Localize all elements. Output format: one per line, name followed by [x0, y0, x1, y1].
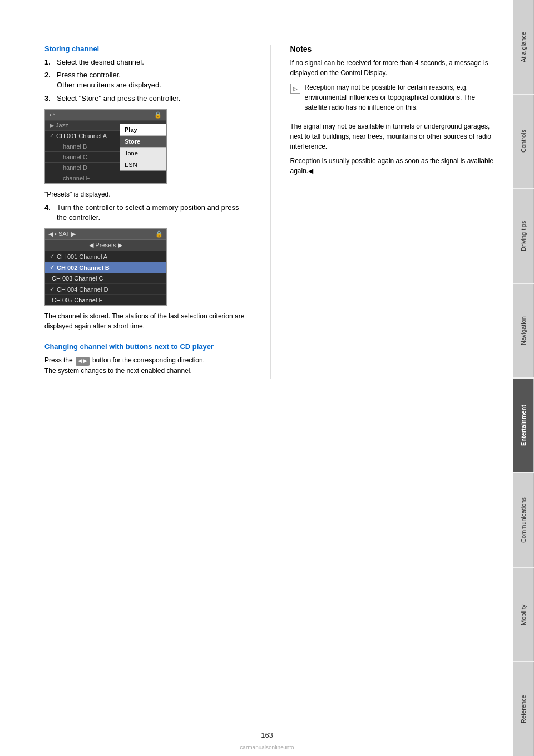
step-1-num: 1. [44, 57, 53, 67]
store-option[interactable]: Store [120, 136, 166, 148]
changing-channel-section: Changing channel with buttons next to CD… [44, 342, 251, 376]
signal-icon: 🔒 [154, 111, 162, 119]
step-1: 1. Select the desired channel. [44, 57, 251, 67]
sidebar-tab-controls[interactable]: Controls [513, 95, 534, 188]
cd-button-icon: ◀ ▶ [76, 357, 90, 366]
step-3-text: Select "Store" and press the controller. [57, 94, 180, 104]
main-content: Storing channel 1. Select the desired ch… [0, 0, 513, 756]
ch004-preset: ✓ CH 004 Channel D [45, 284, 166, 295]
step-4-num: 4. [44, 203, 53, 223]
note-with-icon: ▷ Reception may not be possible for cert… [290, 82, 497, 117]
ch002-preset: ✓ CH 002 Channel B [45, 262, 166, 273]
ch-e-row: channel E [45, 173, 166, 183]
column-divider [270, 45, 271, 379]
menu-header-1: ↩ 🔒 [45, 110, 166, 121]
sidebar-tab-driving-tips[interactable]: Driving tips [513, 189, 534, 283]
ch001-preset-label: CH 001 Channel A [57, 253, 107, 260]
notes-text-3: Reception is usually possible again as s… [290, 156, 497, 176]
sidebar: At a glance Controls Driving tips Naviga… [513, 0, 534, 756]
right-column: Notes If no signal can be received for m… [290, 45, 497, 379]
sidebar-tab-mobility[interactable]: Mobility [513, 568, 534, 661]
sidebar-tab-navigation[interactable]: Navigation [513, 284, 534, 377]
columns-container: Storing channel 1. Select the desired ch… [44, 45, 496, 379]
note-icon-text: Reception may not be possible for certai… [305, 82, 497, 112]
step-2-text: Press the controller.Other menu items ar… [57, 70, 161, 90]
ch002-preset-label: CH 002 Channel B [57, 264, 110, 271]
channel-stored-text: The channel is stored. The stations of t… [44, 311, 251, 331]
tone-option[interactable]: Tone [120, 148, 166, 159]
checkmark-icon: ✓ [50, 132, 54, 139]
step-2: 2. Press the controller.Other menu items… [44, 70, 251, 90]
step-4-text: Turn the controller to select a memory p… [57, 203, 251, 223]
notes-heading: Notes [290, 45, 497, 53]
step-3: 3. Select "Store" and press the controll… [44, 94, 251, 104]
overlay-menu: Play Store Tone ESN [120, 124, 167, 171]
ch001-check: ✓ [50, 253, 55, 260]
presets-back-icon: ◀ ▪ SAT ▶ [48, 230, 76, 238]
menu-screenshot-2: ◀ ▪ SAT ▶ 🔒 ◀ Presets ▶ ✓ CH 001 Channel… [44, 228, 167, 306]
step-2-num: 2. [44, 70, 53, 90]
ch003-preset: CH 003 Channel C [45, 273, 166, 284]
presets-note: "Presets" is displayed. [44, 189, 251, 199]
step-4: 4. Turn the controller to select a memor… [44, 203, 251, 223]
ch001-preset: ✓ CH 001 Channel A [45, 251, 166, 262]
watermark: carmanualsonline.info [240, 744, 294, 750]
changing-channel-heading: Changing channel with buttons next to CD… [44, 342, 251, 351]
ch002-check: ✓ [50, 264, 55, 271]
play-option[interactable]: Play [120, 124, 166, 136]
ch004-check: ✓ [50, 286, 55, 293]
changing-channel-text: Press the ◀ ▶ button for the correspondi… [44, 355, 251, 376]
notes-text-1: If no signal can be received for more th… [290, 58, 497, 78]
sidebar-tab-reference[interactable]: Reference [513, 662, 534, 756]
ch005-preset-label: CH 005 Channel E [52, 297, 103, 303]
sidebar-tab-entertainment[interactable]: Entertainment [513, 379, 534, 472]
sidebar-tab-communications[interactable]: Communications [513, 473, 534, 567]
presets-signal-icon: 🔒 [155, 230, 163, 238]
presets-subheader: ◀ Presets ▶ [45, 240, 166, 251]
step-1-text: Select the desired channel. [57, 57, 144, 67]
ch001-label: CH 001 Channel A [56, 132, 107, 139]
step-4-list: 4. Turn the controller to select a memor… [44, 203, 251, 223]
step-3-num: 3. [44, 94, 53, 104]
presets-header: ◀ ▪ SAT ▶ 🔒 [45, 229, 166, 240]
sidebar-tab-at-a-glance[interactable]: At a glance [513, 0, 534, 94]
ch004-preset-label: CH 004 Channel D [57, 286, 108, 293]
menu-screenshot-1: ↩ 🔒 ▶ Jazz ✓ CH 001 Channel A hannel B h… [44, 109, 167, 184]
ch005-preset: CH 005 Channel E [45, 295, 166, 305]
notes-text-2: The signal may not be available in tunne… [290, 121, 497, 151]
note-play-icon: ▷ [290, 84, 300, 94]
page-number: 163 [261, 731, 273, 739]
ch003-preset-label: CH 003 Channel C [52, 275, 103, 282]
esn-option[interactable]: ESN [120, 159, 166, 170]
left-column: Storing channel 1. Select the desired ch… [44, 45, 251, 379]
storing-channel-heading: Storing channel [44, 45, 251, 53]
storing-channel-steps: 1. Select the desired channel. 2. Press … [44, 57, 251, 104]
back-arrow-icon: ↩ [50, 111, 55, 119]
